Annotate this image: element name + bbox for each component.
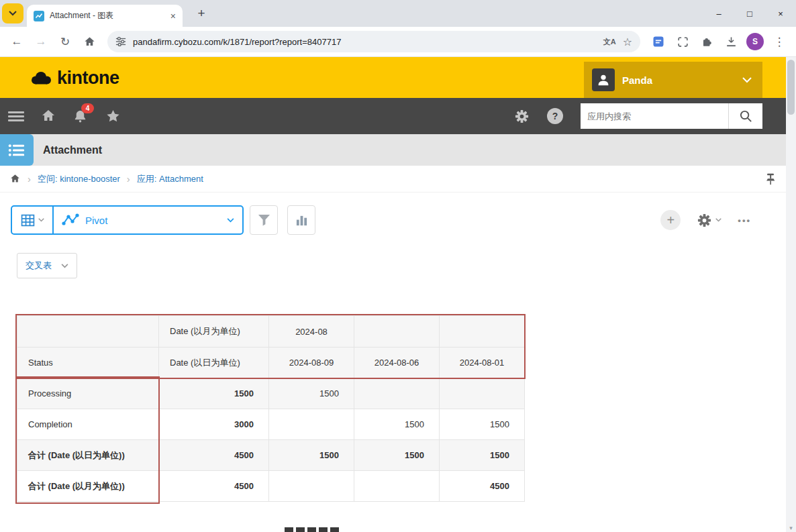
pivot-cell: 合计 (Date (以日为单位)) (17, 440, 159, 471)
app-search-input[interactable] (581, 103, 728, 129)
pivot-cell: 合计 (Date (以月为单位)) (17, 471, 159, 502)
side-panel-extension-button[interactable] (647, 30, 670, 53)
close-button[interactable]: × (765, 0, 796, 27)
pivot-cell (269, 471, 354, 502)
page-scrollbar[interactable]: ▾ (786, 57, 796, 532)
tab-search-button[interactable] (2, 3, 23, 23)
pivot-cell: Date (以日为单位) (159, 348, 269, 378)
breadcrumb-space-link[interactable]: 空间: kintone-booster (38, 173, 120, 185)
kintone-header: kintone Panda (0, 57, 786, 98)
star-icon (105, 109, 121, 124)
pivot-cell: 1500 (269, 378, 354, 409)
window-controls: – □ × (703, 0, 796, 27)
tab-favicon-icon (34, 11, 44, 21)
forward-button[interactable]: → (30, 30, 52, 53)
pivot-table: Date (以月为单位) 2024-08 Status Date (以日为单位)… (17, 315, 525, 502)
breadcrumb-app-link[interactable]: 应用: Attachment (137, 173, 203, 185)
pivot-cell (17, 316, 159, 348)
chevron-down-icon (742, 77, 752, 83)
chevron-down-icon (38, 218, 44, 222)
app-settings-button[interactable] (697, 213, 722, 228)
capture-button[interactable] (671, 30, 694, 53)
filter-icon (258, 214, 270, 226)
pin-button[interactable] (764, 172, 777, 186)
pivot-cell: 2024-08-06 (354, 348, 440, 378)
tab-close-icon[interactable]: × (170, 11, 176, 21)
pivot-cell: 4500 (159, 440, 269, 471)
translate-icon[interactable]: 文A (603, 37, 616, 47)
new-tab-button[interactable]: + (192, 4, 211, 23)
table-view-button[interactable] (12, 207, 52, 233)
pivot-cell: 1500 (354, 409, 440, 440)
browser-menu-button[interactable]: ⋮ (768, 30, 791, 53)
person-icon (596, 72, 611, 87)
reload-button[interactable]: ↻ (54, 30, 77, 53)
pivot-cell: Status (17, 348, 159, 378)
chevron-down-icon (715, 218, 722, 222)
pivot-data-row: Processing 1500 1500 (17, 378, 525, 409)
chevron-down-icon (227, 218, 234, 223)
filter-button[interactable] (250, 205, 278, 235)
report-select-value: Pivot (85, 215, 221, 226)
profile-avatar[interactable]: S (746, 33, 764, 50)
pivot-cell (440, 378, 525, 409)
gear-icon (514, 109, 530, 124)
breadcrumb-separator: › (127, 173, 130, 184)
pivot-data-row: Completion 3000 1500 1500 (17, 409, 525, 440)
home-icon (83, 36, 96, 48)
portal-menu-button[interactable] (8, 109, 24, 123)
pivot-cell (269, 409, 354, 440)
help-button[interactable]: ? (547, 108, 563, 124)
add-record-button[interactable]: + (660, 210, 681, 230)
chart-button[interactable] (287, 205, 315, 235)
user-avatar (592, 68, 615, 91)
table-view-icon (21, 213, 35, 227)
nav-settings-button[interactable] (514, 109, 530, 124)
more-options-button[interactable]: ••• (738, 215, 751, 225)
pivot-chart-icon (62, 213, 79, 227)
pivot-cell: Completion (17, 409, 159, 440)
search-icon (739, 109, 753, 123)
downloads-button[interactable] (719, 30, 742, 53)
pivot-cell: 4500 (440, 471, 525, 502)
user-menu[interactable]: Panda (584, 62, 762, 98)
chevron-down-icon (9, 11, 17, 16)
pivot-header-row: Status Date (以日为单位) 2024-08-09 2024-08-0… (17, 348, 525, 378)
pivot-cell: 1500 (354, 440, 440, 471)
favorites-button[interactable] (105, 109, 121, 124)
report-select[interactable]: Pivot (54, 207, 242, 233)
url-text[interactable]: pandafirm.cybozu.com/k/1871/report?repor… (133, 37, 597, 47)
pivot-cell (440, 316, 525, 348)
browser-tab[interactable]: Attachment - 图表 × (27, 5, 183, 27)
site-settings-icon (115, 36, 126, 47)
nav-home-button[interactable] (40, 108, 56, 124)
maximize-button[interactable]: □ (734, 0, 765, 27)
breadcrumb: › 空间: kintone-booster › 应用: Attachment (0, 166, 786, 193)
home-icon (40, 108, 56, 124)
scrollbar-down-arrow[interactable]: ▾ (786, 525, 796, 531)
tab-title: Attachment - 图表 (50, 10, 165, 21)
kintone-logo[interactable]: kintone (30, 67, 119, 88)
pivot-cell: 1500 (440, 409, 525, 440)
notifications-button[interactable]: 4 (72, 109, 88, 124)
home-button[interactable] (78, 30, 101, 53)
pivot-cell: Date (以月为单位) (159, 316, 269, 348)
app-icon[interactable] (0, 134, 34, 166)
back-button[interactable]: ← (5, 30, 28, 53)
minimize-button[interactable]: – (703, 0, 734, 27)
chart-type-select[interactable]: 交叉表 (17, 253, 77, 278)
scrollbar-thumb[interactable] (787, 60, 795, 115)
pivot-cell (354, 316, 440, 348)
address-bar[interactable]: pandafirm.cybozu.com/k/1871/report?repor… (107, 31, 640, 52)
pivot-cell: 1500 (269, 440, 354, 471)
breadcrumb-home-icon[interactable] (9, 173, 21, 184)
bookmark-star-icon[interactable]: ☆ (623, 36, 632, 48)
extensions-button[interactable] (695, 30, 718, 53)
search-button[interactable] (728, 103, 762, 129)
pivot-table-zone: Date (以月为单位) 2024-08 Status Date (以日为单位)… (17, 315, 524, 502)
app-title: Attachment (43, 144, 102, 156)
download-icon (725, 36, 738, 48)
notification-badge: 4 (81, 103, 94, 113)
breadcrumb-separator: › (28, 173, 31, 184)
pivot-total-row: 合计 (Date (以日为单位)) 4500 1500 1500 1500 (17, 440, 525, 471)
